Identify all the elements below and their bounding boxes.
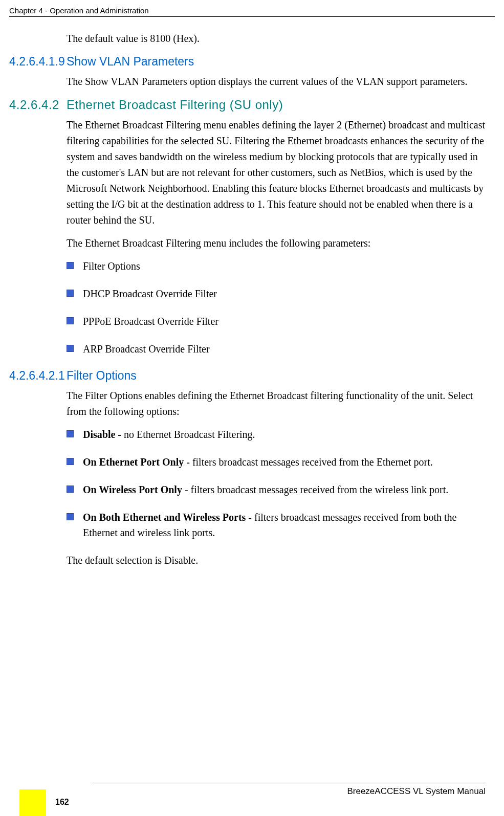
option-label: On Both Ethernet and Wireless Ports [83,512,246,523]
list-item: DHCP Broadcast Override Filter [67,286,486,301]
ebf-paragraph-2: The Ethernet Broadcast Filtering menu in… [67,235,486,251]
footer-manual-title: BreezeACCESS VL System Manual [347,786,486,797]
list-item: Filter Options [67,258,486,274]
page-tab-yellow [19,789,46,816]
heading-number: 4.2.6.4.2 [9,98,67,112]
chapter-title: Chapter 4 - Operation and Administration [9,6,149,15]
list-item: On Both Ethernet and Wireless Ports - fi… [67,510,486,540]
list-item: PPPoE Broadcast Override Filter [67,314,486,329]
heading-ebf: 4.2.6.4.2 Ethernet Broadcast Filtering (… [9,98,486,112]
heading-filter-options: 4.2.6.4.2.1 Filter Options [9,369,486,383]
filter-options-list: Disable - no Ethernet Broadcast Filterin… [67,427,486,540]
option-label: Disable [83,429,115,440]
option-desc: - filters broadcast messages received fr… [184,456,432,468]
heading-title: Filter Options [67,369,137,383]
page-number: 162 [55,798,69,807]
list-item: On Wireless Port Only - filters broadcas… [67,482,486,497]
list-item: ARP Broadcast Override Filter [67,341,486,357]
option-desc: - filters broadcast messages received fr… [182,484,448,495]
header-rule [9,16,495,17]
heading-title: Show VLAN Parameters [67,55,194,69]
list-item-text: PPPoE Broadcast Override Filter [83,316,218,327]
page-content: The default value is 8100 (Hex). 4.2.6.4… [9,31,486,576]
list-item-text: Filter Options [83,260,140,272]
page-header: Chapter 4 - Operation and Administration [9,6,495,15]
list-item: Disable - no Ethernet Broadcast Filterin… [67,427,486,442]
ebf-paragraph-1: The Ethernet Broadcast Filtering menu en… [67,117,486,228]
filter-options-intro: The Filter Options enables defining the … [67,388,486,420]
list-item-text: DHCP Broadcast Override Filter [83,288,217,299]
option-desc: - no Ethernet Broadcast Filtering. [115,429,255,440]
heading-number: 4.2.6.4.1.9 [9,55,67,69]
footer-rule [92,783,486,783]
option-label: On Ethernet Port Only [83,456,184,468]
filter-options-default: The default selection is Disable. [67,553,486,568]
ebf-params-list: Filter Options DHCP Broadcast Override F… [67,258,486,357]
option-label: On Wireless Port Only [83,484,182,495]
list-item-text: ARP Broadcast Override Filter [83,343,210,355]
intro-paragraph: The default value is 8100 (Hex). [67,31,486,47]
list-item: On Ethernet Port Only - filters broadcas… [67,454,486,470]
heading-show-vlan: 4.2.6.4.1.9 Show VLAN Parameters [9,55,486,69]
show-vlan-body: The Show VLAN Parameters option displays… [67,74,486,90]
heading-number: 4.2.6.4.2.1 [9,369,67,383]
heading-title: Ethernet Broadcast Filtering (SU only) [67,98,283,112]
